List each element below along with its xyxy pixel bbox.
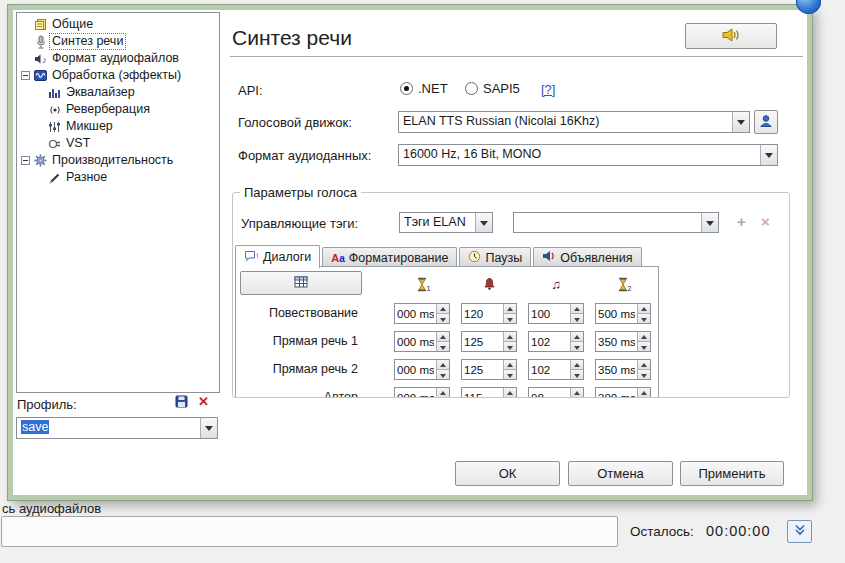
spin-input[interactable] [462, 332, 503, 351]
spinner-buttons[interactable] [570, 332, 583, 351]
tree-item-vst[interactable]: VST [17, 135, 219, 152]
hourglass-1-icon: 1 [394, 272, 450, 296]
spin-input[interactable] [596, 360, 637, 379]
table-settings-button[interactable] [240, 271, 362, 295]
settings-tree[interactable]: Общие Синтез речи ♪ Формат аудиофайлов О… [16, 12, 220, 393]
pitch-spinner[interactable] [528, 331, 584, 352]
spin-input[interactable] [462, 388, 503, 398]
cancel-button[interactable]: Отмена [568, 461, 673, 486]
pause-before-spinner[interactable] [394, 303, 450, 324]
spinner-buttons[interactable] [570, 304, 583, 323]
button-label: ОК [499, 466, 517, 481]
control-tags-label: Управляющие тэги: [241, 216, 358, 231]
apply-button[interactable]: Применить [680, 461, 784, 486]
spin-input[interactable] [529, 304, 570, 323]
spin-input[interactable] [395, 304, 436, 323]
tree-item-speech-synthesis[interactable]: Синтез речи [17, 33, 219, 50]
tree-item-label: Формат аудиофайлов [50, 51, 181, 66]
spinner-buttons[interactable] [570, 388, 583, 398]
api-help-link[interactable]: [?] [541, 82, 555, 97]
delete-profile-button[interactable]: ✕ [195, 393, 212, 410]
spinner-buttons[interactable] [637, 304, 650, 323]
tags-value2 [514, 213, 701, 232]
chevron-down-icon[interactable] [732, 112, 749, 132]
pitch-spinner[interactable] [528, 359, 584, 380]
expand-panel-button[interactable] [787, 520, 812, 543]
tree-item-label: Общие [50, 17, 95, 32]
tags-value-combobox[interactable] [513, 212, 719, 233]
spinner-buttons[interactable] [637, 360, 650, 379]
audio-format-combobox[interactable]: 16000 Hz, 16 Bit, MONO [398, 144, 778, 166]
tab-announcements[interactable]: Объявления [533, 247, 641, 267]
rate-spinner[interactable] [461, 387, 517, 398]
pause-before-spinner[interactable] [394, 359, 450, 380]
spinner-buttons[interactable] [436, 360, 449, 379]
tree-item-mixer[interactable]: Микшер [17, 118, 219, 135]
spin-input[interactable] [596, 332, 637, 351]
tab-pauses[interactable]: Паузы [459, 247, 531, 267]
add-tag-button[interactable]: + [733, 213, 750, 230]
voice-properties-button[interactable] [754, 110, 778, 134]
pitch-spinner[interactable] [528, 303, 584, 324]
spin-input[interactable] [529, 360, 570, 379]
spinner-buttons[interactable] [570, 360, 583, 379]
spin-input[interactable] [462, 360, 503, 379]
spinner-buttons[interactable] [436, 304, 449, 323]
chevron-down-icon[interactable] [701, 213, 718, 232]
spin-input[interactable] [596, 304, 637, 323]
rate-spinner[interactable] [461, 359, 517, 380]
pause-before-spinner[interactable] [394, 331, 450, 352]
spinner-buttons[interactable] [637, 388, 650, 398]
pause-after-spinner[interactable] [595, 359, 651, 380]
pause-after-spinner[interactable] [595, 303, 651, 324]
tree-item-performance[interactable]: Производительность [17, 152, 219, 169]
spin-input[interactable] [395, 332, 436, 351]
spin-input[interactable] [395, 360, 436, 379]
chevron-down-icon[interactable] [475, 213, 492, 232]
remove-tag-button[interactable]: × [757, 213, 774, 230]
collapse-toggle-icon[interactable] [21, 156, 30, 165]
pitch-spinner[interactable] [528, 387, 584, 398]
spinner-buttons[interactable] [637, 332, 650, 351]
spin-input[interactable] [529, 332, 570, 351]
spin-input[interactable] [529, 388, 570, 398]
spinner-buttons[interactable] [503, 304, 516, 323]
save-profile-button[interactable] [173, 394, 190, 411]
spin-input[interactable] [462, 304, 503, 323]
voice-engine-combobox[interactable]: ELAN TTS Russian (Nicolai 16Khz) [398, 111, 750, 133]
spinner-buttons[interactable] [503, 388, 516, 398]
clock-icon [468, 250, 481, 266]
test-voice-button[interactable] [685, 23, 777, 49]
spinner-buttons[interactable] [436, 388, 449, 398]
rate-spinner[interactable] [461, 303, 517, 324]
ok-button[interactable]: ОК [455, 461, 560, 486]
pause-after-spinner[interactable] [595, 331, 651, 352]
tree-item-audio-file-format[interactable]: ♪ Формат аудиофайлов [17, 50, 219, 67]
api-radio-sapi5[interactable]: SAPI5 [465, 81, 520, 96]
api-radio-net[interactable]: .NET [400, 81, 448, 96]
spinner-buttons[interactable] [503, 332, 516, 351]
tree-item-misc[interactable]: Разное [17, 169, 219, 186]
spinner-buttons[interactable] [436, 332, 449, 351]
tree-item-equalizer[interactable]: Эквалайзер [17, 84, 219, 101]
profile-combobox[interactable]: save [16, 417, 218, 439]
tree-item-reverberation[interactable]: Реверберация [17, 101, 219, 118]
tree-item-general[interactable]: Общие [17, 16, 219, 33]
tab-formatting[interactable]: Aa Форматирование [322, 247, 457, 267]
chevron-down-icon[interactable] [200, 418, 217, 438]
rate-spinner[interactable] [461, 331, 517, 352]
chevron-down-icon[interactable] [760, 145, 777, 165]
collapse-toggle-icon[interactable] [21, 71, 30, 80]
profile-value: save [21, 420, 49, 434]
speech-bubble-icon [244, 250, 259, 265]
audio-format-label: Формат аудиоданных: [238, 148, 371, 163]
pause-after-spinner[interactable] [595, 387, 651, 398]
tree-item-effects[interactable]: Обработка (эффекты) [17, 67, 219, 84]
file-list-panel[interactable] [1, 516, 618, 547]
tab-dialogs[interactable]: Диалоги [235, 245, 320, 268]
spin-input[interactable] [596, 388, 637, 398]
pause-before-spinner[interactable] [394, 387, 450, 398]
tags-type-combobox[interactable]: Тэги ELAN [399, 212, 493, 233]
spin-input[interactable] [395, 388, 436, 398]
spinner-buttons[interactable] [503, 360, 516, 379]
